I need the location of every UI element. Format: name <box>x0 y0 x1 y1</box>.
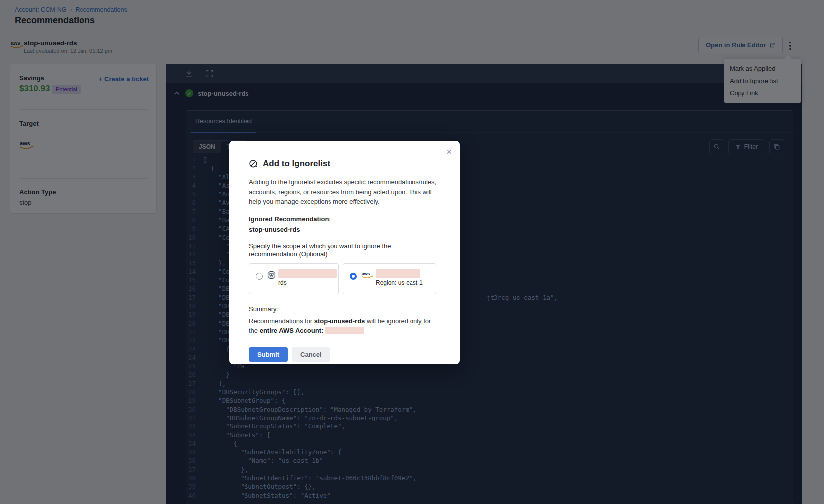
modal-title: Add to Ignorelist <box>263 159 330 168</box>
svg-text:aws: aws <box>362 271 370 276</box>
ignored-recommendation-value: stop-unused-rds <box>249 226 440 233</box>
submit-button[interactable]: Submit <box>249 347 288 362</box>
add-to-ignorelist-modal: × Add to Ignorelist Adding to the Ignore… <box>229 141 460 364</box>
radio-resource[interactable] <box>256 273 263 280</box>
scope-option-label: Region: us-east-1 <box>376 279 423 286</box>
ignored-recommendation-label: Ignored Recommendation: <box>249 215 440 223</box>
scope-option-label: rds <box>278 279 337 286</box>
resource-icon <box>267 271 276 279</box>
redacted-account-id <box>376 269 420 278</box>
ignore-icon <box>249 159 258 168</box>
aws-logo: aws <box>361 271 373 279</box>
summary-text: Recommendations for stop-unused-rds will… <box>249 316 440 336</box>
close-icon[interactable]: × <box>446 147 452 156</box>
redacted-resource-id <box>278 269 337 278</box>
scope-option-account[interactable]: aws Region: us-east-1 <box>343 263 436 294</box>
summary-label: Summary: <box>249 305 440 313</box>
redacted-account-id <box>325 327 364 334</box>
modal-description: Adding to the Ignorelist excludes specif… <box>249 177 440 207</box>
cancel-button[interactable]: Cancel <box>292 347 330 362</box>
radio-account[interactable] <box>350 273 357 280</box>
scope-option-resource[interactable]: rds <box>249 263 339 294</box>
scope-label: Specify the scope at which you want to i… <box>249 242 440 259</box>
